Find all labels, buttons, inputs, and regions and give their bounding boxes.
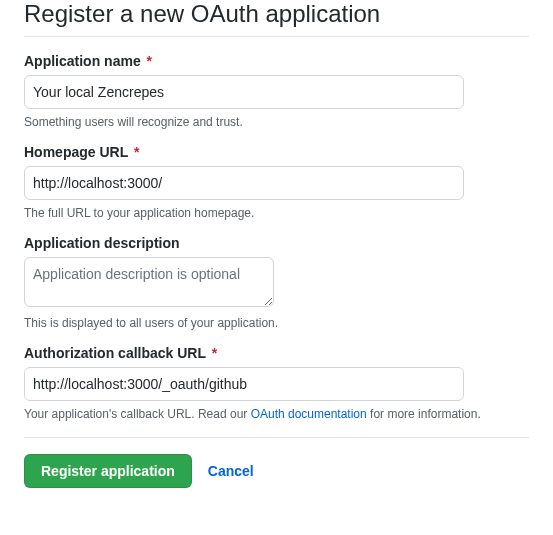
callback-url-input[interactable] bbox=[24, 367, 464, 401]
required-marker: * bbox=[212, 345, 217, 361]
app-name-hint: Something users will recognize and trust… bbox=[24, 115, 529, 129]
callback-hint-prefix: Your application's callback URL. Read ou… bbox=[24, 407, 251, 421]
app-name-label-text: Application name bbox=[24, 53, 141, 69]
callback-url-label: Authorization callback URL * bbox=[24, 345, 529, 361]
oauth-docs-link[interactable]: OAuth documentation bbox=[251, 407, 367, 421]
app-name-input[interactable] bbox=[24, 75, 464, 109]
cancel-link[interactable]: Cancel bbox=[208, 463, 254, 479]
required-marker: * bbox=[147, 53, 152, 69]
register-button[interactable]: Register application bbox=[24, 454, 192, 488]
homepage-url-hint: The full URL to your application homepag… bbox=[24, 206, 529, 220]
callback-hint-suffix: for more information. bbox=[367, 407, 481, 421]
homepage-url-label-text: Homepage URL bbox=[24, 144, 128, 160]
description-hint: This is displayed to all users of your a… bbox=[24, 316, 529, 330]
app-name-group: Application name * Something users will … bbox=[24, 53, 529, 129]
callback-url-group: Authorization callback URL * Your applic… bbox=[24, 345, 529, 421]
form-actions: Register application Cancel bbox=[24, 454, 529, 488]
page-title: Register a new OAuth application bbox=[24, 0, 529, 37]
callback-url-label-text: Authorization callback URL bbox=[24, 345, 206, 361]
required-marker: * bbox=[134, 144, 139, 160]
homepage-url-input[interactable] bbox=[24, 166, 464, 200]
app-name-label: Application name * bbox=[24, 53, 529, 69]
description-label: Application description bbox=[24, 235, 529, 251]
homepage-url-group: Homepage URL * The full URL to your appl… bbox=[24, 144, 529, 220]
homepage-url-label: Homepage URL * bbox=[24, 144, 529, 160]
description-group: Application description This is displaye… bbox=[24, 235, 529, 330]
description-textarea[interactable] bbox=[24, 257, 274, 307]
callback-url-hint: Your application's callback URL. Read ou… bbox=[24, 407, 529, 421]
divider bbox=[24, 437, 529, 438]
